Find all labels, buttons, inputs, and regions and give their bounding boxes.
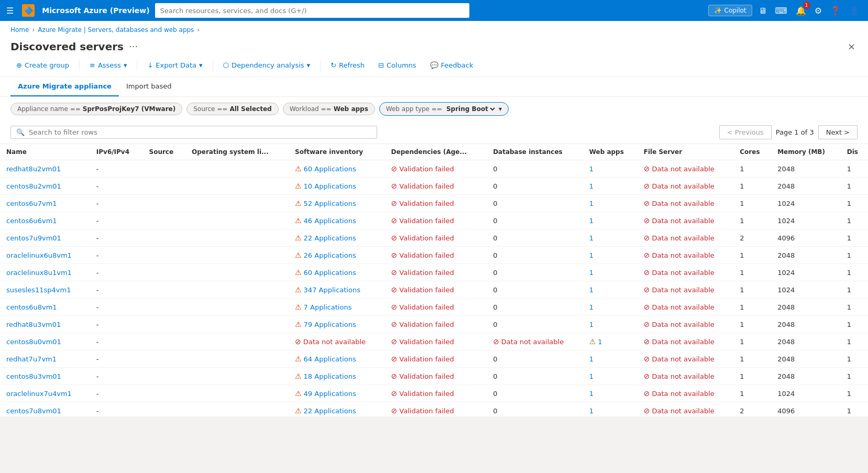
sw-apps-link[interactable]: 7 Applications <box>304 303 352 311</box>
dep-validation-failed: Validation failed <box>399 303 454 311</box>
webapps-link[interactable]: 1 <box>589 269 594 277</box>
sw-apps-link[interactable]: 18 Applications <box>304 372 356 380</box>
help-icon[interactable]: ❓ <box>828 4 843 18</box>
server-name-link[interactable]: oraclelinux6u8vm1 <box>6 251 72 259</box>
breadcrumb-parent[interactable]: Azure Migrate | Servers, databases and w… <box>38 26 194 34</box>
webapps-link[interactable]: 1 <box>598 338 602 346</box>
cell-dis: 1 <box>841 160 868 178</box>
server-name-link[interactable]: centos6u8vm1 <box>6 303 57 311</box>
assess-button[interactable]: ≡ Assess ▾ <box>84 58 133 72</box>
cell-fileserver: ⊘Data not available <box>638 264 734 281</box>
webapps-link[interactable]: 1 <box>589 355 594 363</box>
cell-memory: 2048 <box>771 368 841 385</box>
server-name-link[interactable]: redhat8u3vm01 <box>6 321 61 328</box>
tab-import-based[interactable]: Import based <box>119 77 179 96</box>
server-name-link[interactable]: oraclelinux8u1vm1 <box>6 269 72 277</box>
sw-apps-link[interactable]: 22 Applications <box>304 234 356 242</box>
fs-not-avail: Data not available <box>652 251 714 259</box>
server-name-link[interactable]: centos8u3vm01 <box>6 372 61 380</box>
sw-apps-link[interactable]: 46 Applications <box>304 217 356 225</box>
warn-icon: ⚠ <box>295 355 302 363</box>
sw-apps-link[interactable]: 64 Applications <box>304 355 356 363</box>
server-name-link[interactable]: redhat7u7vm1 <box>6 355 57 363</box>
cell-webapps: 1 <box>583 281 638 299</box>
dependency-analysis-button[interactable]: ⬡ Dependency analysis ▾ <box>217 58 316 72</box>
next-button[interactable]: Next > <box>818 125 858 139</box>
create-group-button[interactable]: ⊕ Create group <box>10 58 75 72</box>
col-webapps: Web apps <box>583 144 638 160</box>
webapps-link[interactable]: 1 <box>589 372 594 380</box>
cloud-shell-icon[interactable]: ⌨ <box>773 4 789 18</box>
cell-database: ⊘Data not available <box>487 333 583 350</box>
server-name-link[interactable]: centos7u8vm01 <box>6 407 61 415</box>
server-name-link[interactable]: centos8u0vm01 <box>6 338 61 346</box>
page-menu-button[interactable]: ··· <box>129 41 138 52</box>
cell-cores: 1 <box>733 264 771 281</box>
close-button[interactable]: × <box>845 39 858 54</box>
feedback-icon[interactable]: 👤 <box>847 4 862 18</box>
cell-source <box>143 160 186 178</box>
server-name-link[interactable]: redhat8u2vm01 <box>6 165 61 173</box>
sw-apps-link[interactable]: 26 Applications <box>304 251 356 259</box>
cell-ipv: - <box>90 350 143 368</box>
previous-button[interactable]: < Previous <box>719 125 772 139</box>
webapps-link[interactable]: 1 <box>589 286 594 294</box>
cell-database: 0 <box>487 402 583 417</box>
webapps-link[interactable]: 1 <box>589 200 594 207</box>
sw-apps-link[interactable]: 60 Applications <box>304 269 356 277</box>
refresh-button[interactable]: ↻ Refresh <box>325 58 370 72</box>
cell-database: 0 <box>487 385 583 402</box>
filter-webapptype-select[interactable]: Spring Boot Tomcat JBoss <box>444 105 497 113</box>
hamburger-menu[interactable]: ☰ <box>6 6 14 16</box>
fs-not-avail: Data not available <box>652 372 714 380</box>
filter-webapptype-label: Web app type == <box>386 105 442 113</box>
cell-name: oraclelinux8u1vm1 <box>0 264 90 281</box>
tab-azure-migrate-appliance[interactable]: Azure Migrate appliance <box>10 77 119 96</box>
monitor-icon[interactable]: 🖥 <box>756 4 769 18</box>
webapps-link[interactable]: 1 <box>589 234 594 242</box>
filter-appliance-label: Appliance name == <box>17 105 81 113</box>
breadcrumb-home[interactable]: Home <box>10 26 29 34</box>
sw-apps-link[interactable]: 60 Applications <box>304 165 356 173</box>
cell-database: 0 <box>487 247 583 264</box>
cell-fileserver: ⊘Data not available <box>638 229 734 247</box>
settings-icon[interactable]: ⚙ <box>812 4 824 18</box>
sw-apps-link[interactable]: 79 Applications <box>304 321 356 328</box>
global-search-input[interactable] <box>155 3 469 18</box>
server-name-link[interactable]: centos6u7vm1 <box>6 200 57 207</box>
filter-chip-webapptype[interactable]: Web app type == Spring Boot Tomcat JBoss… <box>379 102 509 116</box>
server-name-link[interactable]: centos6u6vm1 <box>6 217 57 225</box>
webapps-link[interactable]: 1 <box>589 407 594 415</box>
sw-apps-link[interactable]: 10 Applications <box>304 182 356 190</box>
table-row: oraclelinux8u1vm1-⚠60 Applications⊘Valid… <box>0 264 868 281</box>
webapps-link[interactable]: 1 <box>589 165 594 173</box>
cell-dependencies: ⊘Validation failed <box>385 385 487 402</box>
feedback-button[interactable]: 💬 Feedback <box>424 58 479 72</box>
server-name-link[interactable]: centos7u9vm01 <box>6 234 61 242</box>
sw-apps-link[interactable]: 347 Applications <box>304 286 360 294</box>
sw-apps-link[interactable]: 49 Applications <box>304 390 356 398</box>
cell-fileserver: ⊘Data not available <box>638 212 734 229</box>
webapps-link[interactable]: 1 <box>589 251 594 259</box>
cell-source <box>143 212 186 229</box>
columns-button[interactable]: ⊟ Columns <box>372 58 422 72</box>
webapps-link[interactable]: 1 <box>589 303 594 311</box>
server-name-link[interactable]: centos8u2vm01 <box>6 182 61 190</box>
sw-apps-link[interactable]: 52 Applications <box>304 200 356 207</box>
sw-apps-link[interactable]: 22 Applications <box>304 407 356 415</box>
cell-dependencies: ⊘Validation failed <box>385 299 487 316</box>
webapps-link[interactable]: 1 <box>589 217 594 225</box>
warn-icon: ⚠ <box>295 164 302 173</box>
search-input[interactable] <box>29 128 371 136</box>
server-name-link[interactable]: oraclelinux7u4vm1 <box>6 390 72 398</box>
cell-fileserver: ⊘Data not available <box>638 350 734 368</box>
copilot-button[interactable]: ✨ Copilot <box>708 5 752 16</box>
webapps-link[interactable]: 1 <box>589 182 594 190</box>
table-row: centos6u7vm1-⚠52 Applications⊘Validation… <box>0 195 868 212</box>
notifications-icon[interactable]: 🔔 1 <box>794 4 808 18</box>
server-name-link[interactable]: susesles11sp4vm1 <box>6 286 71 294</box>
export-data-button[interactable]: ↓ Export Data ▾ <box>141 58 208 72</box>
webapps-link[interactable]: 1 <box>589 390 594 398</box>
webapps-link[interactable]: 1 <box>589 321 594 328</box>
error-icon: ⊘ <box>391 406 398 415</box>
